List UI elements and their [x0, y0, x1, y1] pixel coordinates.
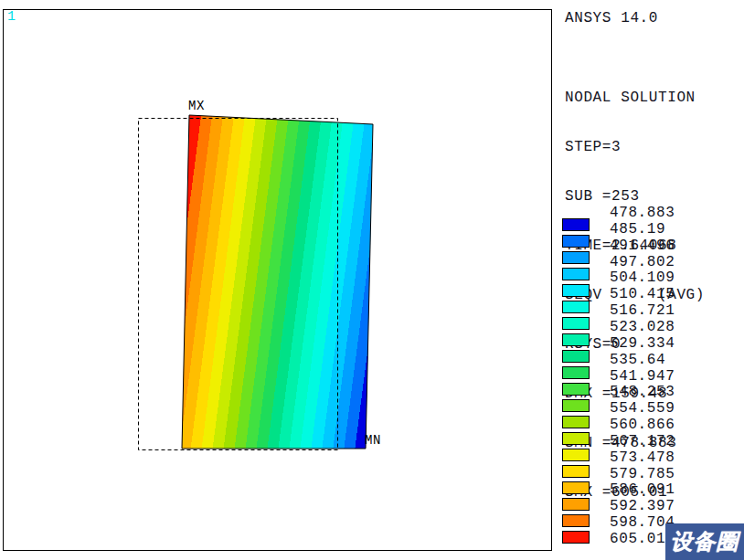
legend-swatch [562, 531, 590, 544]
legend-swatch [562, 449, 590, 461]
legend-value: 510.415 [610, 286, 675, 302]
app-version-title: ANSYS 14.0 [565, 10, 658, 26]
legend-swatch [562, 333, 590, 346]
window-number-label: 1 [7, 10, 16, 25]
legend-value: 567.172 [610, 433, 675, 449]
legend-value: 592.397 [610, 498, 675, 514]
legend-swatch [562, 383, 590, 396]
legend-swatch [562, 498, 590, 511]
legend-value: 504.109 [610, 269, 675, 286]
legend-swatch [562, 432, 590, 445]
legend-swatch [562, 366, 590, 379]
legend-swatch [562, 481, 590, 494]
legend-value: 485.19 [610, 221, 665, 238]
legend-swatch [562, 218, 590, 231]
legend-swatch [562, 350, 590, 363]
legend-swatch [562, 399, 590, 412]
legend-swatch [562, 514, 590, 527]
solution-info-line: SUB =253 [565, 188, 705, 205]
legend-swatch [562, 317, 590, 330]
legend-value: 516.721 [610, 302, 675, 319]
solution-info-line: NODAL SOLUTION [565, 90, 705, 106]
legend-value: 560.866 [610, 417, 675, 433]
plot-viewport-border [3, 9, 552, 551]
legend-value: 605.01 [610, 531, 665, 547]
legend-value: 541.947 [610, 368, 675, 385]
legend-value: 491.496 [610, 238, 675, 254]
legend-value: 535.64 [610, 352, 665, 368]
legend-swatch [562, 235, 590, 248]
legend-value: 523.028 [610, 319, 675, 335]
legend-value: 579.785 [610, 466, 675, 482]
max-stress-marker: MX [188, 100, 205, 112]
legend-value: 497.802 [610, 254, 675, 270]
legend-swatch [562, 301, 590, 313]
legend-swatch [562, 284, 590, 297]
legend-value: 573.478 [610, 449, 675, 466]
legend-value: 529.334 [610, 335, 675, 352]
legend-swatch [562, 465, 590, 478]
solution-info-line: STEP=3 [565, 139, 705, 155]
legend-value: 554.559 [610, 400, 675, 417]
watermark-badge: 设备圈 [665, 523, 744, 560]
min-stress-marker: MN [365, 434, 381, 447]
legend-value: 478.883 [610, 205, 675, 221]
legend-swatch [562, 416, 590, 428]
ansys-graphics-window: { "app_title": "ANSYS 14.0", "plot": { "… [0, 0, 744, 560]
legend-swatch [562, 251, 590, 264]
legend-swatch [562, 268, 590, 280]
legend-value: 548.253 [610, 384, 675, 400]
legend-value: 586.091 [610, 481, 675, 498]
